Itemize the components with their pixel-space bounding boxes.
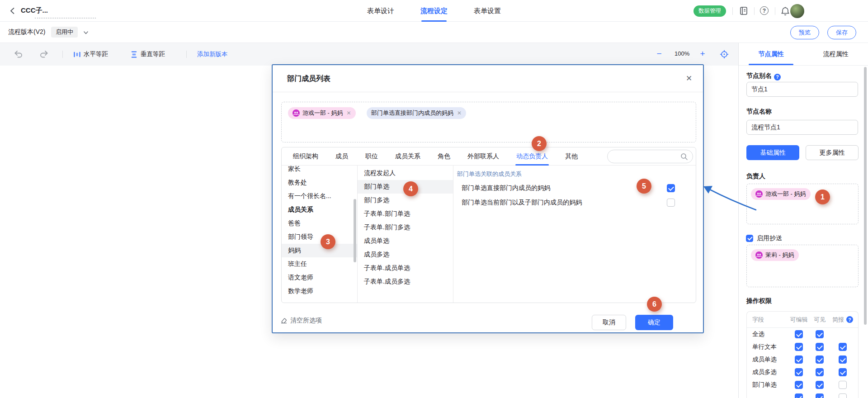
more-properties-button[interactable]: 更多属性 bbox=[806, 145, 859, 160]
picker-tab-others[interactable]: 其他 bbox=[565, 152, 578, 161]
zoom-out-icon[interactable]: − bbox=[654, 48, 665, 59]
picker-tab-member-relations[interactable]: 成员关系 bbox=[395, 152, 420, 161]
perm-editable-checkbox[interactable] bbox=[795, 393, 803, 398]
selected-tags-box[interactable]: 游戏一部 - 妈妈 ✕ 部门单选直接部门内成员的妈妈 ✕ bbox=[281, 102, 696, 142]
list-item[interactable]: 语文老师 bbox=[282, 271, 357, 284]
selected-tag-dynamic[interactable]: 部门单选直接部门内成员的妈妈 ✕ bbox=[367, 107, 466, 119]
list-item[interactable]: 爸爸 bbox=[282, 217, 357, 230]
user-avatar[interactable] bbox=[790, 4, 804, 18]
perm-brief-checkbox[interactable] bbox=[839, 355, 847, 364]
node-alias-input[interactable] bbox=[746, 82, 858, 97]
list-item[interactable]: 家长 bbox=[282, 166, 357, 176]
perm-visible-checkbox[interactable] bbox=[816, 368, 824, 376]
perm-visible-checkbox[interactable] bbox=[816, 355, 824, 364]
tab-node-properties[interactable]: 节点属性 bbox=[739, 43, 803, 65]
data-manage-button[interactable]: 数据管理 bbox=[693, 5, 726, 17]
panel-scrollbar[interactable] bbox=[864, 67, 867, 325]
bell-icon[interactable] bbox=[780, 6, 790, 16]
modal-title: 部门成员列表 bbox=[287, 74, 330, 84]
preview-button[interactable]: 预览 bbox=[790, 26, 819, 39]
list-item[interactable]: 数学老师 bbox=[282, 284, 357, 298]
clear-selection-button[interactable]: 清空所选项 bbox=[280, 317, 322, 325]
tab-form-setting[interactable]: 表单设置 bbox=[474, 7, 501, 15]
picker-tab-external-contacts[interactable]: 外部联系人 bbox=[467, 152, 499, 161]
redo-icon[interactable] bbox=[39, 49, 49, 61]
save-button[interactable]: 保存 bbox=[827, 26, 856, 39]
cc-tag[interactable]: 茉莉 - 妈妈 bbox=[751, 249, 799, 261]
option-checkbox[interactable] bbox=[667, 184, 675, 192]
list-item[interactable]: 成员单选 bbox=[358, 234, 453, 248]
perm-row: 部门单选 bbox=[747, 379, 858, 391]
fit-center-icon[interactable] bbox=[720, 50, 729, 61]
question-icon[interactable]: ? bbox=[846, 316, 853, 323]
list-item[interactable]: 班主任 bbox=[282, 257, 357, 271]
search-input[interactable] bbox=[613, 152, 679, 161]
confirm-button[interactable]: 确定 bbox=[635, 315, 673, 330]
perm-editable-checkbox[interactable] bbox=[795, 343, 803, 351]
back-icon[interactable] bbox=[8, 6, 17, 15]
list-item[interactable]: 有一个很长名... bbox=[282, 190, 357, 203]
perm-visible-checkbox[interactable] bbox=[816, 393, 824, 398]
distribute-horizontal-button[interactable]: 水平等距 bbox=[73, 43, 108, 66]
perm-editable-checkbox[interactable] bbox=[795, 330, 803, 338]
list-item[interactable]: 部门多选 bbox=[358, 194, 453, 207]
help-icon[interactable]: ? bbox=[760, 6, 770, 16]
add-version-link[interactable]: 添加新版本 bbox=[197, 43, 228, 66]
tab-flow-properties[interactable]: 流程属性 bbox=[803, 43, 868, 65]
owner-field[interactable]: 游戏一部 - 妈妈 bbox=[746, 184, 859, 224]
list-item[interactable]: 子表单.成员多选 bbox=[358, 275, 453, 289]
distribute-vertical-icon bbox=[130, 51, 138, 58]
annotation-badge-3: 3 bbox=[321, 234, 335, 249]
tab-form-design[interactable]: 表单设计 bbox=[367, 7, 394, 15]
question-icon[interactable]: ? bbox=[774, 74, 781, 81]
list-item[interactable]: 部门领导 bbox=[282, 230, 357, 244]
picker-tab-roles[interactable]: 角色 bbox=[438, 152, 450, 161]
perm-brief-checkbox[interactable] bbox=[839, 343, 847, 351]
topbar-tabs: 表单设计 流程设定 表单设置 bbox=[367, 0, 501, 22]
picker-tab-members[interactable]: 成员 bbox=[335, 152, 348, 161]
option-checkbox[interactable] bbox=[667, 199, 675, 207]
cc-checkbox[interactable] bbox=[746, 235, 753, 242]
perm-visible-checkbox[interactable] bbox=[816, 381, 824, 389]
remove-tag-icon[interactable]: ✕ bbox=[347, 110, 351, 116]
undo-icon[interactable] bbox=[14, 49, 24, 61]
search-icon bbox=[680, 153, 688, 161]
perm-visible-checkbox[interactable] bbox=[816, 343, 824, 351]
list-item[interactable]: 流程发起人 bbox=[358, 166, 453, 180]
perm-brief-checkbox[interactable] bbox=[839, 381, 847, 389]
annotation-badge-6: 6 bbox=[647, 297, 662, 312]
cancel-button[interactable]: 取消 bbox=[592, 315, 626, 330]
remove-tag-icon[interactable]: ✕ bbox=[457, 110, 462, 116]
list-item[interactable]: 教务处 bbox=[282, 176, 357, 190]
node-name-input[interactable] bbox=[746, 120, 858, 135]
perm-brief-checkbox[interactable] bbox=[839, 368, 847, 376]
basic-properties-button[interactable]: 基础属性 bbox=[746, 145, 799, 160]
perm-editable-checkbox[interactable] bbox=[795, 381, 803, 389]
status-badge: 启用中 bbox=[51, 27, 78, 38]
list-item[interactable]: 子表单.部门多选 bbox=[358, 221, 453, 234]
perm-visible-checkbox[interactable] bbox=[816, 330, 824, 338]
distribute-horizontal-icon bbox=[73, 51, 81, 58]
list-scrollbar[interactable] bbox=[354, 199, 356, 262]
tab-flow-setting[interactable]: 流程设定 bbox=[420, 7, 448, 15]
perm-row bbox=[747, 391, 858, 398]
picker-tab-dynamic-owner[interactable]: 动态负责人 bbox=[516, 152, 548, 161]
chevron-down-icon[interactable] bbox=[83, 29, 89, 36]
picker-tab-org-structure[interactable]: 组织架构 bbox=[293, 152, 318, 161]
list-item[interactable]: 子表单.部门单选 bbox=[358, 207, 453, 221]
perm-editable-checkbox[interactable] bbox=[795, 368, 803, 376]
zoom-in-icon[interactable]: + bbox=[697, 48, 708, 59]
list-item[interactable]: 成员多选 bbox=[358, 248, 453, 261]
list-item[interactable]: 子表单.成员单选 bbox=[358, 261, 453, 275]
perm-brief-checkbox[interactable] bbox=[839, 393, 847, 398]
owner-tag[interactable]: 游戏一部 - 妈妈 bbox=[751, 188, 811, 200]
selected-tag-person[interactable]: 游戏一部 - 妈妈 ✕ bbox=[288, 107, 356, 119]
distribute-vertical-button[interactable]: 垂直等距 bbox=[130, 43, 165, 66]
perm-row: 成员多选 bbox=[747, 366, 858, 379]
close-icon[interactable]: ✕ bbox=[684, 73, 694, 83]
address-book-icon[interactable] bbox=[739, 6, 749, 16]
cc-field[interactable]: 茉莉 - 妈妈 bbox=[746, 245, 859, 287]
perm-editable-checkbox[interactable] bbox=[795, 355, 803, 364]
list-item-selected[interactable]: 妈妈 bbox=[282, 244, 357, 257]
picker-tab-positions[interactable]: 职位 bbox=[365, 152, 378, 161]
